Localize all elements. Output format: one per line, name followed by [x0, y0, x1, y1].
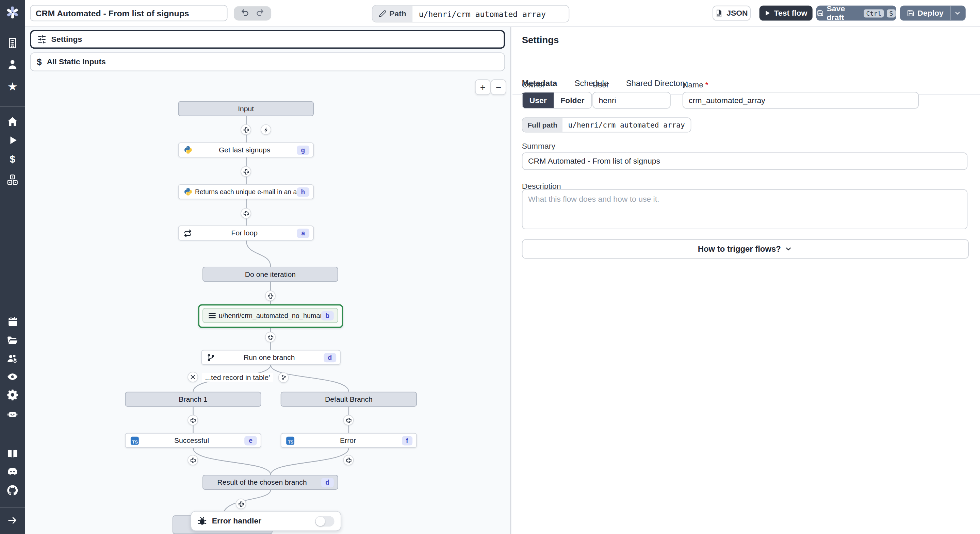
typescript-icon: TS — [286, 436, 294, 445]
github-icon[interactable] — [0, 484, 25, 497]
docs-book-icon[interactable] — [0, 447, 25, 460]
flow-title-input[interactable] — [30, 5, 227, 21]
required-asterisk: * — [705, 81, 708, 89]
full-path-field: Full path u/henri/crm_automated_array — [522, 118, 691, 132]
node-for-loop[interactable]: For loop a — [178, 226, 314, 240]
path-value: u/henri/crm_automated_array — [412, 6, 569, 22]
variables-dollar-icon[interactable]: $ — [0, 154, 25, 165]
save-icon — [907, 10, 914, 17]
save-draft-button[interactable]: Save draft CtrlS — [816, 6, 896, 21]
node-subflow-selected[interactable]: u/henri/crm_automated_no_human b — [198, 304, 343, 328]
node-successful[interactable]: TS Successful e — [125, 433, 261, 448]
schedules-calendar-icon[interactable] — [0, 316, 25, 327]
add-step-button[interactable] — [235, 499, 246, 509]
how-to-trigger-flows-button[interactable]: How to trigger flows? — [522, 239, 969, 259]
plus-icon — [243, 168, 249, 175]
user-icon[interactable] — [0, 58, 25, 71]
user-input[interactable] — [592, 92, 671, 109]
add-step-button[interactable] — [240, 166, 251, 177]
step-id-badge: b — [321, 311, 334, 320]
remove-branch-button[interactable] — [188, 372, 198, 382]
audit-eye-icon[interactable] — [0, 370, 25, 383]
workspace-icon[interactable] — [0, 37, 25, 49]
node-error[interactable]: TS Error f — [281, 433, 417, 448]
summary-input[interactable] — [522, 153, 968, 170]
dollar-icon: $ — [37, 57, 41, 67]
test-flow-button[interactable]: Test flow — [759, 6, 813, 21]
error-handler-toggle[interactable] — [315, 516, 334, 526]
resources-cubes-icon[interactable] — [0, 174, 25, 186]
settings-gear-icon[interactable] — [0, 388, 25, 401]
sidebar: ★ $ — [0, 0, 25, 534]
name-label: Name* — [682, 81, 708, 89]
chevron-down-icon — [785, 245, 793, 253]
deploy-button[interactable]: Deploy — [900, 6, 966, 21]
folders-icon[interactable] — [0, 334, 25, 347]
discord-icon[interactable] — [0, 465, 25, 478]
node-result[interactable]: Result of the chosen branch d — [202, 475, 338, 490]
branch-predicate-label[interactable]: ...ted record in table' — [202, 373, 273, 382]
add-step-button[interactable] — [240, 208, 251, 219]
plus-icon — [238, 501, 244, 507]
settings-heading: Settings — [522, 34, 559, 45]
add-step-button[interactable] — [265, 332, 275, 342]
runs-play-icon[interactable] — [0, 135, 25, 146]
home-icon[interactable] — [0, 116, 25, 128]
node-unique-emails[interactable]: Returns each unique e-mail in an array h — [178, 184, 314, 199]
topbar: Path u/henri/crm_automated_array JSON Te… — [25, 0, 980, 27]
all-static-inputs-bar[interactable]: $ All Static Inputs — [30, 52, 505, 71]
step-id-badge: g — [297, 145, 310, 155]
owner-option-user[interactable]: User — [523, 92, 554, 108]
add-step-button[interactable] — [343, 455, 353, 465]
flow-settings-bar[interactable]: Settings — [30, 30, 505, 49]
pencil-icon — [379, 10, 386, 17]
redo-icon[interactable] — [256, 8, 265, 19]
windmill-flow-editor: ★ $ — [0, 0, 980, 534]
zoom-out-button[interactable]: − — [491, 79, 506, 95]
sidebar-divider — [0, 106, 25, 107]
summary-label: Summary — [522, 142, 555, 151]
workers-robot-icon[interactable] — [0, 407, 25, 420]
plus-icon — [267, 293, 273, 299]
chevron-down-icon — [954, 10, 961, 17]
description-textarea[interactable] — [522, 189, 968, 230]
sidebar-divider — [0, 507, 25, 508]
json-button[interactable]: JSON — [713, 6, 751, 21]
flow-canvas[interactable]: + − Input Get last signups g — [25, 75, 511, 534]
add-branch-button[interactable] — [278, 372, 288, 383]
add-step-button[interactable] — [188, 455, 198, 465]
undo-icon[interactable] — [240, 8, 250, 19]
node-subflow[interactable]: u/henri/crm_automated_no_human b — [202, 308, 338, 323]
groups-gear-icon[interactable] — [0, 352, 25, 365]
add-step-button[interactable] — [240, 124, 251, 135]
error-handler-card[interactable]: Error handler — [191, 511, 341, 531]
add-step-button[interactable] — [188, 415, 198, 426]
plus-icon — [189, 457, 196, 463]
node-default-branch[interactable]: Default Branch — [281, 392, 417, 407]
deploy-dropdown[interactable] — [950, 6, 965, 20]
close-icon — [190, 374, 196, 380]
step-id-badge: d — [324, 353, 337, 362]
node-get-last-signups[interactable]: Get last signups g — [178, 143, 314, 157]
add-step-button[interactable] — [343, 415, 353, 426]
node-run-one-branch[interactable]: Run one branch d — [201, 350, 340, 365]
user-label: User — [592, 81, 609, 89]
trigger-bolt-button[interactable] — [261, 124, 271, 135]
owner-option-folder[interactable]: Folder — [554, 92, 592, 108]
plus-icon — [345, 457, 352, 463]
typescript-icon: TS — [130, 436, 139, 445]
step-id-badge: f — [401, 436, 412, 445]
node-do-one-iteration[interactable]: Do one iteration — [202, 267, 338, 281]
flow-lines-icon — [208, 312, 216, 320]
python-icon — [184, 188, 192, 196]
branch-plus-icon — [280, 375, 286, 381]
path-field[interactable]: Path u/henri/crm_automated_array — [372, 5, 570, 22]
add-step-button[interactable] — [265, 291, 275, 301]
windmill-logo[interactable] — [0, 5, 25, 20]
collapse-arrow-icon[interactable] — [0, 515, 25, 526]
favorites-star-icon[interactable]: ★ — [0, 80, 25, 94]
node-input[interactable]: Input — [178, 101, 314, 116]
node-branch-1[interactable]: Branch 1 — [125, 392, 261, 407]
zoom-in-button[interactable]: + — [475, 79, 491, 95]
name-input[interactable] — [682, 92, 919, 109]
